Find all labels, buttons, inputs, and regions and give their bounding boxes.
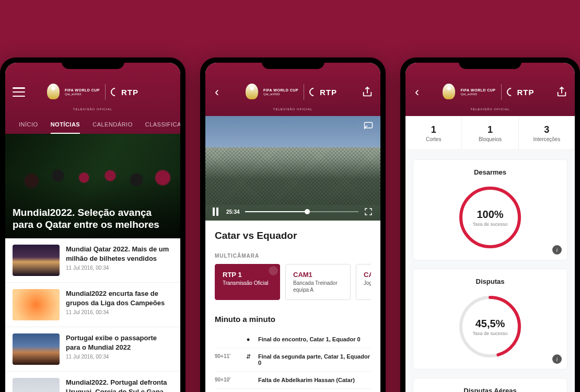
seek-knob[interactable] xyxy=(305,209,310,214)
rtp-swoosh-icon xyxy=(505,86,517,98)
event-text: Final do encontro, Catar 1, Equador 0 xyxy=(258,336,371,342)
info-icon[interactable]: i xyxy=(552,245,562,255)
rtp-text: RTP xyxy=(320,88,337,97)
match-body: Catar vs Equador MULTICÂMARA RTP 1 Trans… xyxy=(205,221,380,389)
world-cup-text: FIFA WORLD CUP Qat_ar2022 xyxy=(65,88,100,96)
rtp-logo: RTP xyxy=(309,88,337,97)
event-row[interactable]: 90+10' Falta de Abdelkarim Hassan (Catar… xyxy=(215,372,371,389)
tab-classificações[interactable]: CLASSIFICAÇÕES xyxy=(139,116,180,134)
phone-notch xyxy=(459,57,521,69)
stat-value: 3 xyxy=(521,124,573,135)
logo-separator xyxy=(105,84,106,100)
wc-title: FIFA WORLD CUP xyxy=(65,88,100,93)
screen-stats: ‹ FIFA WORLD CUP Qat_ar2022 RTP xyxy=(405,63,575,392)
video-controls: 25:34 xyxy=(205,207,380,216)
video-background xyxy=(205,147,380,205)
rtp-text: RTP xyxy=(121,88,138,97)
news-date: 11 Jul 2016, 00:34 xyxy=(66,265,173,271)
world-cup-text: FIFA WORLD CUP Qat_ar2022 xyxy=(460,88,495,96)
stat-cell[interactable]: 1 Bloqueios xyxy=(462,116,518,149)
phone-1: FIFA WORLD CUP Qat_ar2022 RTP TELEVISÃO … xyxy=(0,57,185,392)
screen-match: ‹ FIFA WORLD CUP Qat_ar2022 RTP xyxy=(205,63,380,392)
camera-sub: Bancada Treinador equipa A xyxy=(293,280,343,293)
stat-cell[interactable]: 1 Cortes xyxy=(405,116,462,149)
screen-news: FIFA WORLD CUP Qat_ar2022 RTP TELEVISÃO … xyxy=(5,63,180,392)
tab-início[interactable]: INÍCIO xyxy=(13,116,44,134)
news-body: Mundial2022 encurta fase de grupos da Li… xyxy=(66,289,173,320)
news-body: Portugal exibe o passaporte para o Mundi… xyxy=(66,333,173,365)
wc-title: FIFA WORLD CUP xyxy=(263,88,298,93)
news-thumb xyxy=(13,333,60,365)
logo-separator xyxy=(304,84,304,100)
tab-notícias[interactable]: NOTÍCIAS xyxy=(44,116,87,134)
ring-value: 45,5% xyxy=(475,318,505,330)
ring-label: Taxa de sucesso xyxy=(472,331,507,336)
rtp-swoosh-icon xyxy=(109,86,121,98)
menu-icon[interactable] xyxy=(13,87,25,97)
stat-label: Interceções xyxy=(521,136,573,142)
camera-name: RTP 1 xyxy=(223,271,272,279)
camera-card[interactable]: CA Jog xyxy=(356,264,371,300)
news-item[interactable]: Mundial Qatar 2022. Mais de um milhão de… xyxy=(5,238,180,283)
news-body: Mundial2022. Portugal defronta Uruguai, … xyxy=(66,378,173,392)
wc-title: FIFA WORLD CUP xyxy=(460,88,495,93)
share-icon[interactable] xyxy=(556,86,567,98)
share-icon[interactable] xyxy=(362,86,373,98)
ring-value: 100% xyxy=(477,209,503,221)
news-item[interactable]: Mundial2022 encurta fase de grupos da Li… xyxy=(5,283,180,327)
progress-ring: 45,5% Taxa de sucesso xyxy=(422,293,559,361)
hero-article[interactable]: Mundial2022. Seleção avança para o Qatar… xyxy=(5,134,180,238)
event-row[interactable]: 90+11' ⇵ Final da segunda parte, Catar 1… xyxy=(215,348,371,372)
stat-value: 1 xyxy=(464,124,516,135)
news-item[interactable]: Mundial2022. Portugal defronta Uruguai, … xyxy=(5,372,180,392)
news-title: Mundial Qatar 2022. Mais de um milhão de… xyxy=(66,245,173,263)
seekbar[interactable] xyxy=(245,211,358,212)
news-date: 11 Jul 2016, 00:34 xyxy=(66,354,173,360)
fullscreen-icon[interactable] xyxy=(364,207,373,216)
phone-3: ‹ FIFA WORLD CUP Qat_ar2022 RTP xyxy=(400,57,580,392)
camera-row: RTP 1 Transmissão Oficial CAM1 Bancada T… xyxy=(215,264,371,300)
back-icon[interactable]: ‹ xyxy=(413,85,421,99)
news-title: Portugal exibe o passaporte para o Mundi… xyxy=(66,333,173,352)
tagline: TELEVISÃO OFICIAL xyxy=(13,105,173,116)
stat-block: Disputas Aéreas xyxy=(413,378,567,392)
world-cup-logo xyxy=(246,84,258,100)
progress-ring: 100% Taxa de sucesso xyxy=(422,183,559,251)
stat-block: Disputas 45,5% Taxa de sucesso i xyxy=(413,269,567,370)
phone-2: ‹ FIFA WORLD CUP Qat_ar2022 RTP xyxy=(200,57,386,392)
camera-name: CAM1 xyxy=(293,271,343,279)
header-row: ‹ FIFA WORLD CUP Qat_ar2022 RTP xyxy=(213,79,373,105)
phones-container: FIFA WORLD CUP Qat_ar2022 RTP TELEVISÃO … xyxy=(0,0,580,392)
news-item[interactable]: Portugal exibe o passaporte para o Mundi… xyxy=(5,327,180,372)
event-type-icon: ● xyxy=(245,336,252,342)
multicam-label: MULTICÂMARA xyxy=(215,253,371,259)
app-header: FIFA WORLD CUP Qat_ar2022 RTP TELEVISÃO … xyxy=(5,63,180,134)
camera-card[interactable]: RTP 1 Transmissão Oficial xyxy=(215,264,280,300)
event-text: Final da segunda parte, Catar 1, Equador… xyxy=(258,353,371,366)
stat-label: Cortes xyxy=(408,136,459,142)
event-time: 90+11' xyxy=(215,353,238,359)
stat-cell[interactable]: 3 Interceções xyxy=(519,116,575,149)
info-icon[interactable]: i xyxy=(552,354,562,364)
ring-center: 45,5% Taxa de sucesso xyxy=(456,293,524,361)
back-icon[interactable]: ‹ xyxy=(213,85,221,99)
news-thumb xyxy=(13,289,60,320)
app-header: ‹ FIFA WORLD CUP Qat_ar2022 RTP xyxy=(205,63,380,116)
event-row[interactable]: ● Final do encontro, Catar 1, Equador 0 xyxy=(215,331,371,348)
tab-calendário[interactable]: CALENDÁRIO xyxy=(86,116,139,134)
wc-subtitle: Qat_ar2022 xyxy=(460,93,495,96)
video-player[interactable]: 25:34 xyxy=(205,116,380,221)
stat-value: 1 xyxy=(408,124,459,135)
rtp-text: RTP xyxy=(517,88,535,97)
camera-card[interactable]: CAM1 Bancada Treinador equipa A xyxy=(285,264,351,300)
news-title: Mundial2022 encurta fase de grupos da Li… xyxy=(66,289,173,307)
news-title: Mundial2022. Portugal defronta Uruguai, … xyxy=(66,378,173,392)
rtp-logo: RTP xyxy=(507,88,535,97)
event-type-icon: ⇵ xyxy=(245,353,252,360)
cast-icon[interactable] xyxy=(363,121,374,131)
wc-subtitle: Qat_ar2022 xyxy=(65,93,100,96)
pause-icon[interactable] xyxy=(213,207,221,216)
news-thumb xyxy=(13,378,60,392)
camera-name: CA xyxy=(364,271,371,279)
news-list: Mundial Qatar 2022. Mais de um milhão de… xyxy=(5,238,180,392)
